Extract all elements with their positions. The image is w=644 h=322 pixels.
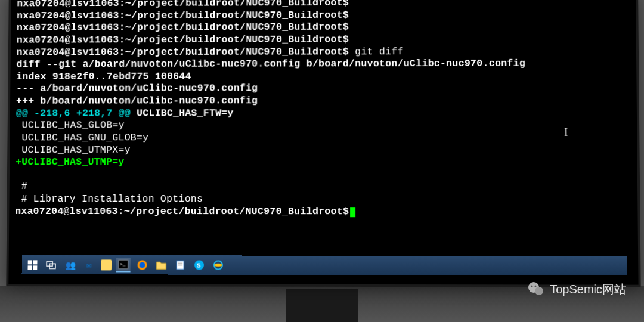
diff-added-line: +UCLIBC_HAS_UTMP=y — [16, 156, 631, 169]
svg-rect-3 — [33, 265, 37, 270]
diff-hunk-header: @@ -218,6 +218,7 @@ UCLIBC_HAS_FTW=y — [16, 107, 631, 120]
task-view-icon[interactable] — [44, 258, 58, 272]
diff-header: diff --git a/board/nuvoton/uClibc-nuc970… — [16, 58, 630, 71]
diff-comment-line: # — [16, 181, 631, 193]
notepad-icon[interactable] — [173, 258, 187, 272]
svg-text:>_: >_ — [120, 261, 126, 267]
explorer-icon[interactable] — [154, 258, 168, 272]
watermark: TopSemic网站 — [527, 280, 626, 298]
diff-context-line: UCLIBC_HAS_UTMPX=y — [16, 144, 631, 156]
skype-icon[interactable]: S — [192, 258, 206, 272]
mouse-text-cursor: I — [564, 126, 568, 139]
teams-icon[interactable]: 👥 — [63, 258, 78, 272]
terminal-icon[interactable]: >_ — [116, 258, 131, 272]
hunk-context: UCLIBC_HAS_FTW=y — [131, 107, 234, 119]
svg-point-20 — [535, 286, 537, 287]
hunk-marker: @@ -218,6 +218,7 @@ — [16, 107, 131, 119]
sticky-icon[interactable] — [101, 259, 112, 270]
prompt-line: nxa07204@lsv11063:~/project/buildroot/NU… — [17, 8, 630, 22]
firefox-icon[interactable] — [135, 258, 150, 272]
mail-icon[interactable]: ✉ — [82, 258, 96, 272]
taskbar[interactable]: 👥 ✉ >_ S — [21, 255, 627, 275]
diff-file-minus: --- a/board/nuvoton/uClibc-nuc970.config — [16, 82, 630, 95]
prompt-line: nxa07204@lsv11063:~/project/buildroot/NU… — [17, 33, 630, 47]
diff-index: index 918e2f0..7ebd775 100644 — [16, 70, 630, 83]
terminal-cursor — [350, 207, 355, 217]
start-icon[interactable] — [25, 258, 39, 272]
prompt-dollar: $ — [343, 0, 349, 8]
ie-icon[interactable] — [211, 258, 225, 272]
prompt-path: ~/project/buildroot/NUC970_Buildroot — [125, 0, 343, 9]
wechat-icon — [527, 280, 545, 298]
blank-line — [16, 169, 631, 181]
git-diff-command: git diff — [355, 46, 404, 57]
svg-point-19 — [531, 286, 533, 287]
monitor-screen: nxa07204@lsv11063:~/project/buildroot/NU… — [6, 0, 640, 287]
diff-context-line: UCLIBC_HAS_GLOB=y — [16, 119, 631, 132]
prompt-line-current[interactable]: nxa07204@lsv11063:~/project/buildroot/NU… — [15, 206, 631, 218]
svg-text:S: S — [197, 262, 201, 269]
svg-point-18 — [535, 287, 543, 295]
svg-rect-2 — [27, 265, 32, 270]
svg-rect-1 — [33, 260, 38, 264]
diff-context-line: UCLIBC_HAS_GNU_GLOB=y — [16, 132, 631, 144]
prompt-line: nxa07204@lsv11063:~/project/buildroot/NU… — [17, 21, 630, 35]
monitor-stand — [286, 289, 358, 322]
diff-comment-line: # Library Installation Options — [15, 193, 631, 206]
command-line: nxa07204@lsv11063:~/project/buildroot/NU… — [17, 45, 630, 58]
svg-rect-0 — [28, 260, 32, 264]
prompt-user: nxa07204@lsv11063 — [17, 0, 119, 9]
svg-point-16 — [214, 264, 222, 267]
terminal-window[interactable]: nxa07204@lsv11063:~/project/buildroot/NU… — [9, 0, 637, 218]
diff-file-plus: +++ b/board/nuvoton/uClibc-nuc970.config — [16, 94, 631, 107]
watermark-text: TopSemic网站 — [550, 281, 626, 298]
